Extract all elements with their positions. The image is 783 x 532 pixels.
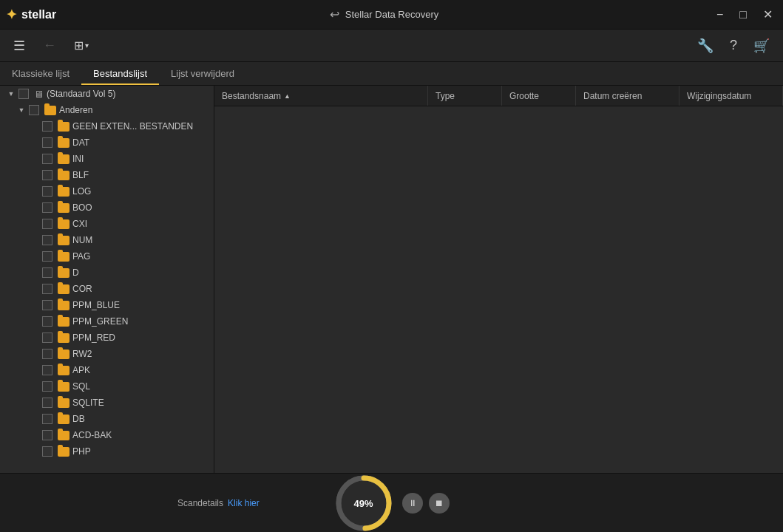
item-label: SQLITE [72,398,104,408]
root-arrow: ▼ [6,90,16,98]
back-button[interactable]: ← [38,35,61,56]
tree-item[interactable]: D [0,265,214,281]
root-checkbox[interactable] [18,89,29,99]
col-size[interactable]: Grootte [502,86,576,106]
tree-anderen[interactable]: ▼ Anderen [0,102,214,118]
filename-label: Bestandsnaam [222,91,281,101]
toolbar-right: 🔧 ? 🛒 [693,35,774,57]
item-checkbox[interactable] [42,202,52,213]
tree-item[interactable]: DAT [0,134,214,151]
tree-children: GEEN EXTEN... BESTANDEN DAT INI BLF LOG [0,118,214,460]
item-label: INI [72,154,84,164]
tab-bestand[interactable]: Bestandslijst [81,64,159,85]
item-checkbox[interactable] [42,398,52,408]
tree-item[interactable]: PPM_RED [0,330,214,346]
item-folder-icon [58,122,70,132]
progress-text: 49% [353,497,373,508]
item-checkbox[interactable] [42,121,52,132]
tree-item[interactable]: ACD-BAK [0,427,214,443]
item-checkbox[interactable] [42,219,52,229]
tree-item[interactable]: SQLITE [0,395,214,411]
tree-item[interactable]: RW2 [0,346,214,362]
col-filename[interactable]: Bestandsnaam ▲ [214,86,428,106]
item-label: SQL [72,381,90,392]
item-checkbox[interactable] [42,154,52,164]
tree-item[interactable]: LOG [0,183,214,200]
close-button[interactable]: ✕ [759,6,777,23]
view-button[interactable]: ⊞ ▾ [70,35,93,55]
item-checkbox[interactable] [42,316,52,327]
stop-button[interactable]: ⏹ [429,493,450,514]
item-folder-icon [58,203,70,213]
item-checkbox[interactable] [42,446,52,457]
item-folder-icon [58,252,70,262]
klik-hier-link[interactable]: Klik hier [228,498,260,508]
item-checkbox[interactable] [42,284,52,294]
tab-verwijderd[interactable]: Lijst verwijderd [159,64,246,85]
tree-item[interactable]: GEEN EXTEN... BESTANDEN [0,118,214,134]
tree-item[interactable]: PPM_BLUE [0,297,214,313]
tree-item[interactable]: APK [0,362,214,378]
tree-item[interactable]: BLF [0,167,214,183]
item-folder-icon [58,398,70,408]
size-label: Grootte [509,91,539,101]
scan-details-label: Scandetails [177,498,223,508]
item-checkbox[interactable] [42,430,52,440]
item-checkbox[interactable] [42,365,52,375]
help-button[interactable]: ? [725,35,742,57]
pause-button[interactable]: ⏸ [402,493,423,514]
tree-item[interactable]: BOO [0,200,214,216]
anderen-checkbox[interactable] [29,105,39,115]
item-checkbox[interactable] [42,332,52,343]
item-label: PPM_GREEN [72,316,128,327]
item-checkbox[interactable] [42,414,52,424]
file-tree-panel: ▼ 🖥 (Standaard Vol 5) ▼ Anderen GEEN EXT… [0,86,214,473]
item-folder-icon [58,268,70,278]
item-checkbox[interactable] [42,137,52,148]
scan-details: Scandetails Klik hier [177,498,260,508]
tree-root[interactable]: ▼ 🖥 (Standaard Vol 5) [0,86,214,102]
tree-item[interactable]: PPM_GREEN [0,313,214,330]
tree-item[interactable]: NUM [0,232,214,248]
col-created[interactable]: Datum creëren [576,86,679,106]
progress-ring: 49% [334,474,393,533]
item-checkbox[interactable] [42,186,52,197]
item-folder-icon [58,431,70,440]
item-checkbox[interactable] [42,349,52,359]
tree-item[interactable]: PHP [0,443,214,460]
view-arrow: ▾ [85,41,89,50]
tab-klassieke[interactable]: Klassieke lijst [0,64,81,85]
item-checkbox[interactable] [42,170,52,180]
item-label: ACD-BAK [72,430,112,440]
tree-item[interactable]: CXI [0,216,214,232]
menu-button[interactable]: ☰ [9,35,30,57]
anderen-arrow: ▼ [16,106,27,114]
tree-item[interactable]: PAG [0,248,214,265]
wrench-button[interactable]: 🔧 [693,35,718,57]
item-checkbox[interactable] [42,381,52,392]
toolbar: ☰ ← ⊞ ▾ 🔧 ? 🛒 [0,30,783,62]
item-checkbox[interactable] [42,235,52,245]
maximize-button[interactable]: □ [735,7,751,23]
col-modified[interactable]: Wijzigingsdatum [679,86,783,106]
minimize-button[interactable]: − [712,7,728,23]
item-label: RW2 [72,349,92,359]
item-label: PPM_BLUE [72,300,120,310]
tree-item[interactable]: INI [0,151,214,167]
item-folder-icon [58,447,70,457]
modified-label: Wijzigingsdatum [687,91,751,101]
tree-item[interactable]: COR [0,281,214,297]
item-checkbox[interactable] [42,300,52,310]
item-checkbox[interactable] [42,267,52,278]
file-list-area [214,106,783,473]
col-type[interactable]: Type [428,86,502,106]
cart-button[interactable]: 🛒 [749,35,774,57]
item-folder-icon [58,187,70,197]
type-label: Type [435,91,455,101]
drive-icon: 🖥 [34,89,44,100]
tree-item[interactable]: SQL [0,378,214,395]
logo-text: stellar [21,8,56,21]
item-label: PAG [72,251,90,262]
item-checkbox[interactable] [42,251,52,262]
tree-item[interactable]: DB [0,411,214,427]
